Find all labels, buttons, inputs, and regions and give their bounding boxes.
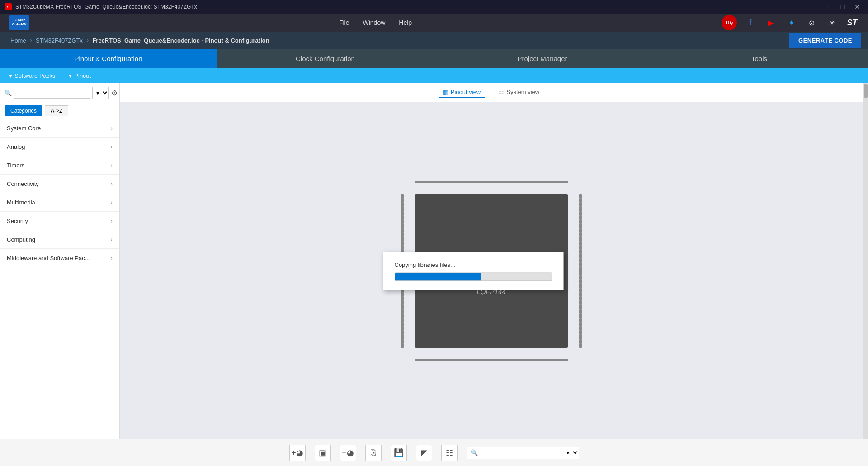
- pin: [401, 245, 404, 249]
- breadcrumb-device[interactable]: STM32F407ZGTx: [32, 37, 86, 44]
- pin: [478, 359, 482, 361]
- pin: [579, 275, 582, 279]
- pin: [579, 262, 582, 266]
- zoom-out-button[interactable]: −◕: [340, 445, 356, 461]
- pin: [579, 288, 582, 292]
- pin: [555, 181, 559, 183]
- anniversary-icon[interactable]: 10y: [722, 15, 737, 30]
- pin: [500, 181, 504, 183]
- menu-help[interactable]: Help: [399, 19, 412, 26]
- bottom-toolbar: +◕ ▣ −◕ ⎘ 💾 ◤ ☷ 🔍 ▾: [0, 439, 868, 466]
- toolbar-search-input[interactable]: [481, 447, 563, 459]
- save-view-button[interactable]: 💾: [391, 445, 407, 461]
- st-brand-icon[interactable]: ST: [845, 16, 859, 29]
- system-view-button[interactable]: ☷ System view: [494, 87, 544, 98]
- sidebar-item-system-core[interactable]: System Core ›: [0, 119, 119, 138]
- sidebar-item-computing[interactable]: Computing ›: [0, 230, 119, 249]
- pin: [579, 224, 582, 228]
- pin: [534, 359, 538, 361]
- pin: [508, 359, 512, 361]
- progress-bar-fill: [395, 273, 481, 281]
- pin: [401, 331, 404, 335]
- multimedia-label: Multimedia: [7, 199, 110, 206]
- sidebar-item-multimedia[interactable]: Multimedia ›: [0, 193, 119, 212]
- pin: [525, 359, 529, 361]
- chip-container: ST STM32F407ZGTx LQFP144 Copying librari…: [120, 102, 863, 439]
- settings-icon[interactable]: ⚙: [111, 89, 118, 97]
- pin: [401, 309, 404, 314]
- menu-file[interactable]: File: [339, 19, 349, 26]
- menu-window[interactable]: Window: [363, 19, 385, 26]
- reset-view-button[interactable]: ⎘: [365, 445, 382, 461]
- pin: [579, 198, 582, 202]
- pin: [491, 181, 495, 183]
- pin: [470, 181, 474, 183]
- pin: [579, 233, 582, 237]
- zoom-in-button[interactable]: +◕: [289, 445, 306, 461]
- sidebar-item-middleware[interactable]: Middleware and Software Pac... ›: [0, 249, 119, 267]
- chevron-right-icon: ›: [110, 236, 113, 243]
- pin: [423, 181, 427, 183]
- categories-tab[interactable]: Categories: [5, 105, 42, 116]
- search-dropdown[interactable]: ▾: [92, 87, 109, 99]
- pin: [579, 292, 582, 296]
- sidebar-item-analog[interactable]: Analog ›: [0, 138, 119, 156]
- github-icon[interactable]: ⊙: [805, 16, 818, 29]
- pin: [579, 280, 582, 284]
- pinout-view-button[interactable]: ▦ Pinout view: [439, 87, 485, 98]
- pinout-arrow-icon: ▾: [69, 72, 72, 79]
- close-button[interactable]: ✕: [851, 0, 863, 13]
- pin: [579, 228, 582, 233]
- grid-button[interactable]: ☷: [441, 445, 458, 461]
- pin: [415, 359, 419, 361]
- pin: [483, 359, 487, 361]
- pin: [551, 181, 555, 183]
- scrollbar-handle[interactable]: [864, 84, 868, 98]
- sidebar-items: System Core › Analog › Timers › Connecti…: [0, 119, 119, 439]
- pin: [579, 215, 582, 219]
- facebook-icon[interactable]: f: [744, 16, 757, 29]
- search-input[interactable]: [14, 88, 90, 99]
- pin: [461, 359, 465, 361]
- breadcrumb-home[interactable]: Home: [7, 37, 30, 44]
- pin: [401, 194, 404, 198]
- generate-code-button[interactable]: GENERATE CODE: [789, 33, 861, 48]
- maximize-button[interactable]: □: [836, 0, 849, 13]
- toolbar-search-dropdown[interactable]: ▾: [563, 447, 579, 458]
- tab-pinout-configuration[interactable]: Pinout & Configuration: [0, 49, 217, 68]
- fullscreen-button[interactable]: ▣: [315, 445, 331, 461]
- chevron-right-icon: ›: [110, 180, 113, 187]
- category-tabs: Categories A->Z: [0, 103, 119, 119]
- toolbar-search-icon: 🔍: [467, 449, 481, 456]
- system-view-label: System view: [506, 89, 539, 95]
- sidebar-item-security[interactable]: Security ›: [0, 212, 119, 230]
- software-packs-arrow-icon: ▾: [9, 72, 12, 79]
- connectivity-label: Connectivity: [7, 181, 110, 187]
- twitter-icon[interactable]: ✦: [784, 16, 798, 29]
- pinout-label: Pinout: [74, 72, 91, 79]
- pin: [517, 181, 521, 183]
- tab-project-manager[interactable]: Project Manager: [434, 49, 651, 68]
- tab-tools[interactable]: Tools: [651, 49, 868, 68]
- window-controls: − □ ✕: [822, 0, 863, 13]
- pin: [547, 181, 551, 183]
- pin: [559, 181, 563, 183]
- chevron-right-icon: ›: [110, 162, 113, 169]
- pin: [579, 194, 582, 198]
- sidebar-item-timers[interactable]: Timers ›: [0, 156, 119, 175]
- pin: [491, 359, 495, 361]
- split-view-button[interactable]: ◤: [416, 445, 432, 461]
- sidebar-item-connectivity[interactable]: Connectivity ›: [0, 175, 119, 193]
- view-toggle: ▦ Pinout view ☷ System view: [120, 83, 863, 102]
- pin: [579, 266, 582, 271]
- pin: [508, 181, 512, 183]
- az-tab[interactable]: A->Z: [45, 105, 68, 116]
- minimize-button[interactable]: −: [822, 0, 835, 13]
- sub-tab-software-packs[interactable]: ▾ Software Packs: [9, 72, 55, 79]
- pin: [401, 198, 404, 202]
- right-scrollbar[interactable]: [863, 83, 868, 439]
- tab-clock-configuration[interactable]: Clock Configuration: [217, 49, 434, 68]
- sub-tab-pinout[interactable]: ▾ Pinout: [69, 72, 91, 79]
- network-icon[interactable]: ✳: [825, 16, 839, 29]
- youtube-icon[interactable]: ▶: [764, 16, 778, 29]
